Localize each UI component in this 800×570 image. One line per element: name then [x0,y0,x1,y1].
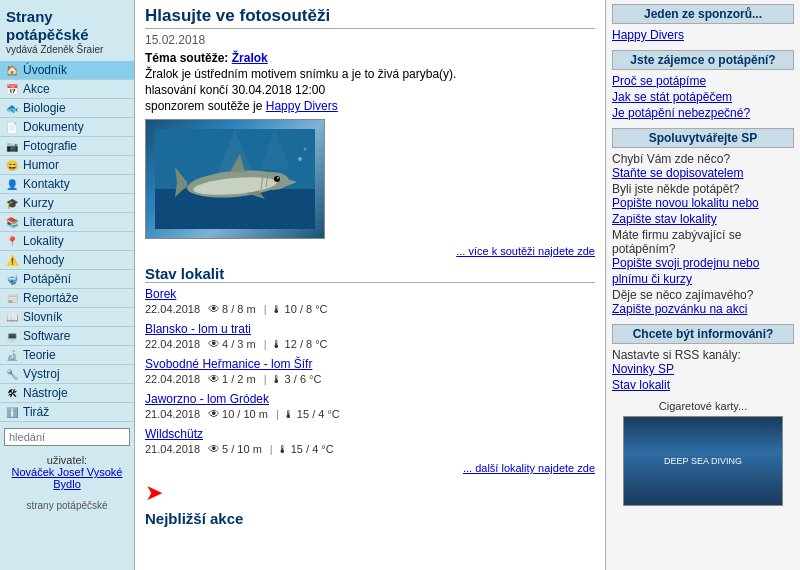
article-body: Téma soutěže: Žralok Žralok je ústředním… [145,51,595,113]
sidebar-item-lokality[interactable]: 📍Lokality [0,232,134,251]
sidebar: Strany potápěčské vydává Zdeněk Šraier 🏠… [0,0,135,570]
nav-label-10: Nehody [23,253,64,267]
nav-label-17: Nástroje [23,386,68,400]
search-input[interactable] [4,428,130,446]
loc-link-2[interactable]: Svobodné Heřmanice - lom Šífr [145,357,312,371]
diving-link-2[interactable]: Je potápění nebezpečné? [612,106,794,120]
loc-temp-2: 🌡 3 / 6 °C [271,373,322,385]
nav-icon-3: 📄 [4,120,20,134]
loc-link-4[interactable]: Wildschütz [145,427,203,441]
loc-name-0: Borek [145,287,595,301]
nav-icon-14: 💻 [4,329,20,343]
sidebar-item-humor[interactable]: 😄Humor [0,156,134,175]
locations-more-link[interactable]: ... další lokality najdete zde [463,462,595,474]
interesting-text: Děje se něco zajímavého? [612,288,753,302]
nav-label-12: Reportáže [23,291,78,305]
nav-label-13: Slovník [23,310,62,324]
loc-link-3[interactable]: Jaworzno - lom Gródek [145,392,269,406]
nav-label-4: Fotografie [23,139,77,153]
events-title: Nejbližší akce [145,510,595,527]
sidebar-item-akce[interactable]: 📅Akce [0,80,134,99]
loc-eyes-4: 👁 5 / 10 m [208,442,262,456]
sidebar-item-literatura[interactable]: 📚Literatura [0,213,134,232]
eye-icon-3: 👁 [208,407,220,421]
rss-link-0[interactable]: Novinky SP [612,362,794,376]
sidebar-item-reporte[interactable]: 📰Reportáže [0,289,134,308]
nova-lokalita-link[interactable]: Popište novou lokalitu nebo [612,196,794,210]
sidebar-item-nehody[interactable]: ⚠️Nehody [0,251,134,270]
sidebar-item-potpn[interactable]: 🤿Potápění [0,270,134,289]
collaborate-text2: Byli jste někde potápět? [612,182,739,196]
loc-link-1[interactable]: Blansko - lom u trati [145,322,251,336]
diving-link-1[interactable]: Jak se stát potápěčem [612,90,794,104]
loc-sep-1: | [264,338,267,350]
diving-link-0[interactable]: Proč se potápíme [612,74,794,88]
nav-label-2: Biologie [23,101,66,115]
loc-link-0[interactable]: Borek [145,287,176,301]
nav-label-18: Tiráž [23,405,49,419]
sidebar-item-teorie[interactable]: 🔬Teorie [0,346,134,365]
sponsor-link[interactable]: Happy Divers [266,99,338,113]
loc-sep-3: | [276,408,279,420]
sidebar-item-vodnk[interactable]: 🏠Úvodník [0,61,134,80]
sidebar-item-software[interactable]: 💻Software [0,327,134,346]
sponsor-header: Jeden ze sponzorů... [612,4,794,24]
loc-name-1: Blansko - lom u trati [145,322,595,336]
red-arrow-icon: ➤ [145,480,163,506]
sidebar-footer: strany potápěčské [0,498,134,513]
sidebar-title: Strany potápěčské [6,8,128,44]
user-section: uživatel: Nováček Josef Vysoké Bydlo [0,450,134,494]
user-link[interactable]: Nováček Josef Vysoké Bydlo [6,466,128,490]
eye-icon-1: 👁 [208,337,220,351]
article-more-link[interactable]: ... více k soutěži najdete zde [456,245,595,257]
main-content: Hlasujte ve fotosoutěži 15.02.2018 Téma … [135,0,605,570]
plnimu-link[interactable]: plnímu či kurzy [612,272,794,286]
loc-date-0: 22.04.2018 [145,303,200,315]
nav-icon-0: 🏠 [4,63,20,77]
topic-link[interactable]: Žralok [232,51,268,65]
nav-label-0: Úvodník [23,63,67,77]
dopisovatel-link[interactable]: Staňte se dopisovatelem [612,166,794,180]
sponsor-happy-divers-link[interactable]: Happy Divers [612,28,794,42]
sidebar-item-kontakty[interactable]: 👤Kontakty [0,175,134,194]
stav-lokality-link[interactable]: Zapište stav lokality [612,212,794,226]
nav-label-7: Kurzy [23,196,54,210]
rss-link-1[interactable]: Stav lokalit [612,378,794,392]
prodejnu-link[interactable]: Popište svoji prodejnu nebo [612,256,794,270]
nav-icon-15: 🔬 [4,348,20,362]
sidebar-item-tir[interactable]: ℹ️Tiráž [0,403,134,422]
loc-temp-4: 🌡 15 / 4 °C [277,443,334,455]
eye-icon-0: 👁 [208,302,220,316]
right-sidebar: Jeden ze sponzorů... Happy Divers Jste z… [605,0,800,570]
svg-point-16 [304,148,307,151]
sidebar-item-fotografie[interactable]: 📷Fotografie [0,137,134,156]
shark-image [145,119,325,239]
sidebar-item-slovnk[interactable]: 📖Slovník [0,308,134,327]
svg-point-11 [274,176,280,182]
business-text: Máte firmu zabývající se potápěním? [612,228,741,256]
location-row-4: Wildschütz 21.04.2018 👁 5 / 10 m | 🌡 15 … [145,427,595,456]
sidebar-nav: 🏠Úvodník📅Akce🐟Biologie📄Dokumenty📷Fotogra… [0,61,134,422]
pozvanku-link[interactable]: Zapište pozvánku na akci [612,302,794,316]
article-voting: hlasování končí 30.04.2018 12:00 [145,83,595,97]
sidebar-header: Strany potápěčské vydává Zdeněk Šraier [0,4,134,57]
sidebar-item-vstroj[interactable]: 🔧Výstroj [0,365,134,384]
rss-box: Chcete být informováni? Nastavte si RSS … [612,324,794,392]
loc-sep-4: | [270,443,273,455]
sidebar-item-biologie[interactable]: 🐟Biologie [0,99,134,118]
nav-label-1: Akce [23,82,50,96]
nav-icon-6: 👤 [4,177,20,191]
nav-label-8: Literatura [23,215,74,229]
topic-label: Téma soutěže: [145,51,228,65]
sidebar-item-kurzy[interactable]: 🎓Kurzy [0,194,134,213]
rss-text: Nastavte si RSS kanály: [612,348,741,362]
sidebar-item-nstroje[interactable]: 🛠Nástroje [0,384,134,403]
eye-icon-4: 👁 [208,442,220,456]
sponsor-prefix: sponzorem soutěže je [145,99,262,113]
events-section: Nejbližší akce [145,510,595,527]
sidebar-item-dokumenty[interactable]: 📄Dokumenty [0,118,134,137]
nav-label-14: Software [23,329,70,343]
diving-links: Proč se potápímeJak se stát potápěčemJe … [612,74,794,120]
location-row-0: Borek 22.04.2018 👁 8 / 8 m | 🌡 10 / 8 °C [145,287,595,316]
locations-more: ... další lokality najdete zde [145,462,595,474]
